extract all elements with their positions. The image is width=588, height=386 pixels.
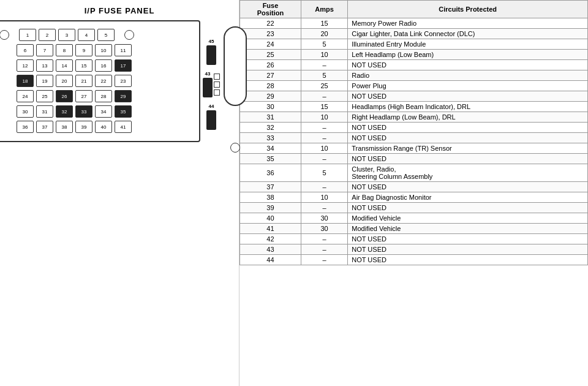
fuse-5: 5 bbox=[97, 29, 115, 41]
cell-position: 33 bbox=[240, 133, 301, 143]
fuse-38: 38 bbox=[56, 121, 73, 133]
fuse-row-2: 12 13 14 15 16 17 bbox=[0, 59, 193, 72]
cell-amps: – bbox=[301, 255, 347, 265]
cell-amps: 10 bbox=[301, 143, 347, 154]
panel-title: I/P FUSE PANEL bbox=[85, 6, 155, 15]
relay-45-label: 45 bbox=[209, 39, 214, 44]
fuse-panel-border: 1 2 3 4 5 6 7 8 9 10 11 12 bbox=[0, 20, 200, 142]
fuse-24: 24 bbox=[17, 90, 34, 102]
fuse-26: 26 bbox=[56, 90, 73, 102]
cell-desc: NOT USED bbox=[348, 123, 588, 133]
fuse-30: 30 bbox=[17, 105, 34, 118]
cell-position: 24 bbox=[240, 39, 301, 50]
fuse-6: 6 bbox=[17, 44, 34, 56]
fuse-10: 10 bbox=[95, 44, 112, 56]
table-row: 33–NOT USED bbox=[240, 133, 588, 143]
cell-amps: 20 bbox=[301, 29, 347, 39]
fuse-28: 28 bbox=[95, 90, 112, 102]
oval-connector bbox=[224, 26, 247, 106]
table-row: 29–NOT USED bbox=[240, 91, 588, 102]
header-circuits: Circuits Protected bbox=[348, 1, 588, 18]
cell-amps: 15 bbox=[301, 102, 347, 112]
cell-desc: NOT USED bbox=[348, 154, 588, 164]
cell-desc: NOT USED bbox=[348, 133, 588, 143]
cell-amps: – bbox=[301, 203, 347, 213]
cell-position: 38 bbox=[240, 192, 301, 203]
cell-desc: Cigar Lighter, Data Link Connector (DLC) bbox=[348, 29, 588, 39]
fuse-34: 34 bbox=[95, 105, 112, 118]
cell-amps: 30 bbox=[301, 224, 347, 234]
fuse-37: 37 bbox=[36, 121, 53, 133]
table-row: 245Illuminated Entry Module bbox=[240, 39, 588, 50]
cell-position: 23 bbox=[240, 29, 301, 39]
relay-44-block bbox=[206, 110, 216, 130]
relay-43: 43 bbox=[203, 71, 213, 97]
table-row: 35–NOT USED bbox=[240, 154, 588, 164]
fuse-29: 29 bbox=[115, 90, 132, 102]
cell-desc: Air Bag Diagnostic Monitor bbox=[348, 192, 588, 203]
cell-position: 34 bbox=[240, 143, 301, 154]
header-position: FusePosition bbox=[240, 1, 301, 18]
fuse-9: 9 bbox=[75, 44, 92, 56]
circle-bottom bbox=[230, 143, 240, 153]
cell-desc: NOT USED bbox=[348, 60, 588, 70]
fuse-row-4: 24 25 26 27 28 29 bbox=[0, 90, 193, 102]
cell-position: 41 bbox=[240, 224, 301, 234]
cell-amps: 5 bbox=[301, 70, 347, 81]
fuse-panel-diagram: I/P FUSE PANEL 1 2 3 4 5 6 7 8 9 bbox=[0, 0, 239, 386]
cell-amps: 5 bbox=[301, 39, 347, 50]
cell-desc: Modified Vehicle bbox=[348, 213, 588, 224]
fuse-row-3: 18 19 20 21 22 23 bbox=[0, 75, 193, 87]
fuse-row-0: 1 2 3 4 5 bbox=[0, 29, 193, 41]
fuse-40: 40 bbox=[95, 121, 112, 133]
fuse-row-1: 6 7 8 9 10 11 bbox=[0, 44, 193, 56]
cell-position: 29 bbox=[240, 91, 301, 102]
table-row: 26–NOT USED bbox=[240, 60, 588, 70]
cell-position: 27 bbox=[240, 70, 301, 81]
fuse-table: FusePosition Amps Circuits Protected 221… bbox=[239, 0, 588, 265]
fuse-7: 7 bbox=[36, 44, 53, 56]
oval-connector-area bbox=[224, 26, 247, 153]
table-row: 2825Power Plug bbox=[240, 81, 588, 91]
cell-desc: Modified Vehicle bbox=[348, 224, 588, 234]
table-row: 3810Air Bag Diagnostic Monitor bbox=[240, 192, 588, 203]
mini-connectors bbox=[214, 74, 220, 96]
fuse-table-container: FusePosition Amps Circuits Protected 221… bbox=[239, 0, 588, 386]
relay-45-block bbox=[206, 45, 216, 65]
cell-desc: Cluster, Radio,Steering Column Assembly bbox=[348, 164, 588, 182]
cell-position: 39 bbox=[240, 203, 301, 213]
table-row: 44–NOT USED bbox=[240, 255, 588, 265]
relay-43-block bbox=[203, 78, 213, 97]
fuse-13: 13 bbox=[36, 59, 53, 72]
cell-amps: – bbox=[301, 133, 347, 143]
table-row: 365Cluster, Radio,Steering Column Assemb… bbox=[240, 164, 588, 182]
cell-position: 35 bbox=[240, 154, 301, 164]
table-row: 42–NOT USED bbox=[240, 234, 588, 244]
table-row: 2510Left Headlamp (Low Beam) bbox=[240, 50, 588, 60]
fuse-20: 20 bbox=[56, 75, 73, 87]
cell-desc: NOT USED bbox=[348, 182, 588, 192]
cell-desc: NOT USED bbox=[348, 91, 588, 102]
fuse-19: 19 bbox=[36, 75, 53, 87]
fuse-33: 33 bbox=[75, 105, 92, 118]
fuse-12: 12 bbox=[17, 59, 34, 72]
fuse-17: 17 bbox=[115, 59, 132, 72]
cell-desc: Memory Power Radio bbox=[348, 18, 588, 29]
cell-position: 28 bbox=[240, 81, 301, 91]
fuse-11: 11 bbox=[115, 44, 132, 56]
cell-desc: NOT USED bbox=[348, 244, 588, 255]
fuse-32: 32 bbox=[56, 105, 73, 118]
cell-position: 36 bbox=[240, 164, 301, 182]
fuse-row-6: 36 37 38 39 40 41 bbox=[0, 121, 193, 133]
cell-position: 43 bbox=[240, 244, 301, 255]
fuse-14: 14 bbox=[56, 59, 73, 72]
cell-position: 22 bbox=[240, 18, 301, 29]
cell-amps: 5 bbox=[301, 164, 347, 182]
cell-amps: – bbox=[301, 182, 347, 192]
cell-amps: – bbox=[301, 91, 347, 102]
cell-amps: 15 bbox=[301, 18, 347, 29]
table-row: 2215Memory Power Radio bbox=[240, 18, 588, 29]
table-row: 4130Modified Vehicle bbox=[240, 224, 588, 234]
fuse-39: 39 bbox=[75, 121, 92, 133]
fuse-row-5: 30 31 32 33 34 35 bbox=[0, 105, 193, 118]
